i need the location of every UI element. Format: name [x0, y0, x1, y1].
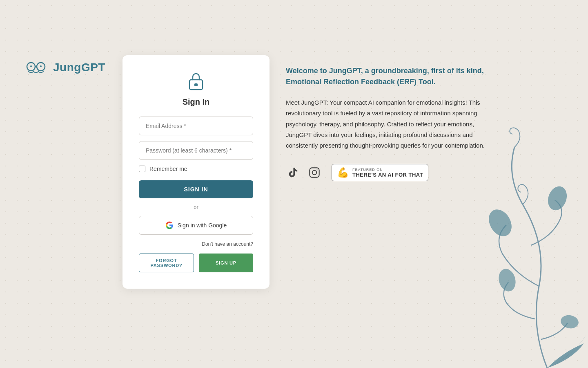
featured-on-label: FEATURED ON [352, 168, 423, 172]
social-row: 💪 FEATURED ON THERE'S AN AI FOR THAT [286, 164, 490, 181]
sign-up-button[interactable]: SIGN UP [199, 254, 253, 272]
google-signin-button[interactable]: Sign in with Google [139, 216, 253, 235]
lock-icon [187, 77, 205, 94]
remember-label: Remember me [149, 166, 187, 172]
featured-badge: 💪 FEATURED ON THERE'S AN AI FOR THAT [332, 164, 428, 181]
sign-in-button[interactable]: SIGN IN [139, 180, 253, 198]
svg-rect-7 [310, 168, 319, 177]
bottom-buttons: FORGOT PASSWORD? SIGN UP [139, 254, 253, 272]
instagram-icon[interactable] [307, 165, 322, 180]
svg-point-10 [484, 205, 516, 240]
logo: JungGPT [24, 59, 105, 76]
svg-point-11 [545, 184, 570, 213]
svg-point-12 [496, 267, 518, 293]
welcome-body: Meet JungGPT: Your compact AI companion … [286, 97, 490, 151]
login-card: Sign In Remember me SIGN IN or Sign in w… [122, 55, 270, 289]
lock-icon-wrapper [139, 72, 253, 94]
featured-badge-text: FEATURED ON THERE'S AN AI FOR THAT [352, 168, 423, 178]
remember-row: Remember me [139, 166, 253, 172]
svg-point-4 [40, 65, 42, 67]
featured-badge-icon: 💪 [337, 167, 349, 178]
svg-point-8 [312, 171, 317, 175]
right-panel: Welcome to JungGPT, a groundbreaking, fi… [286, 65, 490, 181]
remember-checkbox[interactable] [139, 166, 145, 172]
or-divider: or [139, 204, 253, 210]
password-input[interactable] [139, 141, 253, 160]
no-account-text: Don't have an account? [139, 241, 253, 247]
welcome-heading: Welcome to JungGPT, a groundbreaking, fi… [286, 65, 490, 88]
svg-point-3 [30, 65, 32, 67]
logo-text: JungGPT [53, 61, 105, 74]
google-signin-label: Sign in with Google [178, 222, 227, 229]
svg-point-9 [316, 170, 317, 171]
logo-icon [24, 59, 49, 76]
forgot-password-button[interactable]: FORGOT PASSWORD? [139, 254, 194, 272]
featured-name: THERE'S AN AI FOR THAT [352, 172, 423, 178]
svg-rect-6 [194, 83, 198, 86]
card-title: Sign In [139, 97, 253, 107]
email-input[interactable] [139, 117, 253, 135]
tiktok-icon[interactable] [286, 165, 301, 180]
svg-point-13 [560, 314, 580, 330]
google-icon [165, 221, 174, 229]
